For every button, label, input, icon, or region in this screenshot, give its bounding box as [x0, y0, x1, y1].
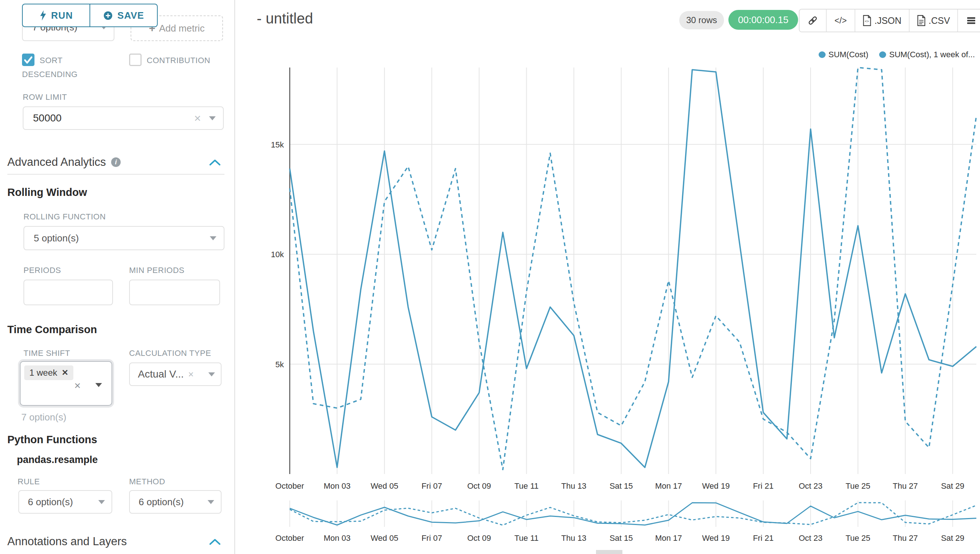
main-chart[interactable]: OctoberMon 03Wed 05Fri 07Oct 09Tue 11Thu…	[235, 44, 980, 495]
time-shift-multiselect[interactable]: 1 week ✕ ×	[20, 361, 112, 406]
save-button-label: SAVE	[118, 10, 144, 21]
advanced-analytics-header[interactable]: Advanced Analytics i	[7, 156, 121, 169]
svg-text:Fri 21: Fri 21	[753, 481, 773, 490]
svg-text:Sat 15: Sat 15	[609, 481, 633, 490]
chart-title[interactable]: - untitled	[257, 10, 313, 27]
chevron-down-icon[interactable]	[95, 383, 102, 387]
calculation-type-select[interactable]: Actual V... ×	[129, 363, 221, 386]
chart-menu-button[interactable]	[957, 10, 980, 32]
svg-text:Mon 17: Mon 17	[655, 481, 682, 490]
run-save-button-group: RUN SAVE	[22, 4, 158, 27]
svg-text:Tue 11: Tue 11	[514, 481, 538, 490]
advanced-analytics-title: Advanced Analytics	[7, 156, 106, 169]
clear-icon[interactable]: ×	[74, 379, 81, 392]
rule-select[interactable]: 6 option(s)	[18, 490, 112, 514]
svg-text:Fri 21: Fri 21	[753, 533, 773, 543]
svg-text:Wed 05: Wed 05	[371, 481, 398, 490]
annotations-layers-title: Annotations and Layers	[7, 535, 127, 548]
svg-text:Mon 17: Mon 17	[655, 533, 682, 543]
chevron-down-icon[interactable]	[209, 116, 216, 120]
share-link-button[interactable]	[800, 10, 826, 32]
rolling-function-label: ROLLING FUNCTION	[24, 212, 106, 221]
svg-text:10k: 10k	[271, 250, 284, 259]
chart-toolbar: </> <> .JSON .CSV	[799, 9, 980, 32]
time-shift-tag-label: 1 week	[29, 368, 57, 378]
contribution-checkbox[interactable]	[129, 54, 142, 66]
svg-text:Sat 15: Sat 15	[609, 533, 633, 543]
svg-text:Sat 29: Sat 29	[941, 533, 965, 543]
section-divider	[7, 174, 224, 175]
plus-circle-icon	[103, 11, 113, 21]
sort-descending-label-line2: DESCENDING	[22, 70, 78, 79]
svg-text:Sat 29: Sat 29	[941, 481, 965, 490]
svg-text:Oct 23: Oct 23	[799, 481, 822, 490]
chevron-down-icon	[210, 236, 216, 240]
preview-strip-chart[interactable]: OctoberMon 03Wed 05Fri 07Oct 09Tue 11Thu…	[235, 492, 980, 554]
svg-text:Tue 25: Tue 25	[845, 533, 870, 543]
chevron-up-icon[interactable]	[209, 159, 221, 166]
svg-text:October: October	[275, 533, 304, 543]
min-periods-input[interactable]	[129, 280, 220, 305]
time-comparison-title: Time Comparison	[7, 323, 97, 336]
time-shift-tag: 1 week ✕	[24, 365, 73, 380]
contribution-label: CONTRIBUTION	[147, 56, 210, 65]
export-csv-label: .CSV	[929, 15, 950, 26]
python-functions-subtitle: pandas.resample	[17, 454, 98, 466]
link-icon	[808, 15, 818, 25]
rolling-function-select[interactable]: 5 option(s)	[24, 226, 224, 250]
info-icon: i	[111, 158, 121, 167]
method-select[interactable]: 6 option(s)	[129, 490, 221, 514]
svg-text:Mon 03: Mon 03	[323, 481, 350, 490]
method-value: 6 option(s)	[138, 497, 184, 508]
min-periods-label: MIN PERIODS	[129, 266, 185, 275]
row-limit-value: 50000	[33, 112, 62, 124]
code-icon: </>	[834, 16, 846, 25]
time-shift-label: TIME SHIFT	[24, 349, 70, 358]
export-json-button[interactable]: <> .JSON	[854, 10, 909, 32]
clear-icon[interactable]: ×	[194, 115, 201, 122]
chevron-down-icon[interactable]	[208, 373, 215, 376]
svg-text:15k: 15k	[271, 140, 284, 149]
run-button-label: RUN	[51, 10, 73, 21]
add-metric-label: Add metric	[159, 23, 205, 34]
embed-code-button[interactable]: </>	[826, 10, 854, 32]
sort-descending-checkbox[interactable]	[22, 54, 35, 66]
svg-text:Oct 09: Oct 09	[467, 481, 491, 490]
run-button[interactable]: RUN	[23, 5, 89, 26]
periods-input[interactable]	[24, 280, 113, 305]
row-limit-label: ROW LIMIT	[23, 92, 67, 102]
svg-text:Oct 23: Oct 23	[799, 533, 822, 543]
save-button[interactable]: SAVE	[89, 5, 157, 26]
rolling-window-title: Rolling Window	[7, 186, 87, 199]
svg-text:Wed 19: Wed 19	[702, 481, 730, 490]
rows-count-badge: 30 rows	[679, 11, 724, 29]
sort-descending-label-line1: SORT	[40, 56, 63, 65]
rolling-function-value: 5 option(s)	[34, 232, 79, 244]
rule-value: 6 option(s)	[28, 497, 73, 508]
svg-text:Oct 09: Oct 09	[467, 533, 491, 543]
chevron-down-icon	[208, 500, 214, 504]
chevron-down-icon	[98, 500, 105, 504]
python-functions-title: Python Functions	[7, 434, 97, 446]
svg-text:Tue 25: Tue 25	[845, 481, 870, 490]
periods-label: PERIODS	[24, 266, 61, 275]
json-file-icon: <>	[862, 15, 872, 26]
chevron-up-icon[interactable]	[209, 539, 221, 545]
svg-text:Thu 13: Thu 13	[561, 481, 587, 490]
remove-tag-icon[interactable]: ✕	[62, 368, 68, 377]
clear-icon[interactable]: ×	[188, 371, 194, 378]
svg-text:Tue 11: Tue 11	[514, 533, 538, 543]
row-limit-select[interactable]: 50000 ×	[23, 107, 224, 130]
lightning-icon	[39, 10, 46, 21]
explore-page: 7 option(s) + Add metric RUN SAVE	[0, 0, 980, 554]
export-csv-button[interactable]: .CSV	[909, 10, 957, 32]
calculation-type-label: CALCULATION TYPE	[129, 349, 211, 358]
bottom-partial-chip	[596, 550, 622, 554]
svg-text:<>: <>	[865, 19, 869, 23]
calculation-type-value: Actual V...	[138, 368, 184, 380]
svg-text:Fri 07: Fri 07	[422, 481, 442, 490]
svg-text:Thu 27: Thu 27	[893, 533, 918, 543]
svg-text:Thu 13: Thu 13	[561, 533, 587, 543]
svg-text:Mon 03: Mon 03	[323, 533, 350, 543]
svg-text:Fri 07: Fri 07	[422, 533, 442, 543]
